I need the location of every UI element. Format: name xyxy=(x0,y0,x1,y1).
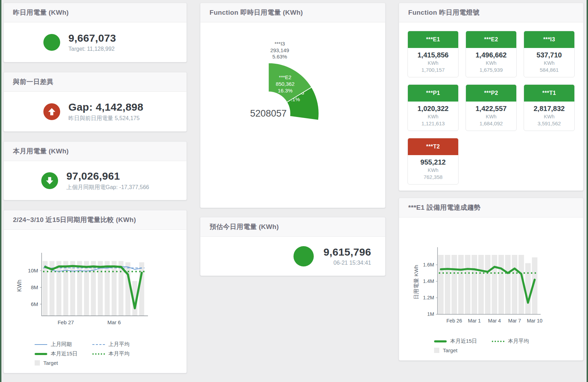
target-bar xyxy=(105,261,109,316)
target-bar xyxy=(485,255,491,314)
card-title: Function 昨日用電燈號 xyxy=(408,8,480,17)
donut-chart-body: ***T11,413,18327.1%***I3293,1495.63%***T… xyxy=(200,22,385,208)
donut-center-total: 5208057 xyxy=(250,108,287,118)
y-tick-label: 1M xyxy=(427,311,434,317)
compare-chart: 6M8M10MFeb 27Mar 6KWh xyxy=(9,246,182,337)
target-bar xyxy=(472,255,477,314)
light-tile-T2: ***T2955,212KWh762,358 xyxy=(408,138,459,185)
card-compare-chart: 2/24~3/10 近15日同期用電量比較 (KWh) 6M8M10MFeb 2… xyxy=(3,210,187,373)
legend-square-icon xyxy=(35,360,40,366)
card-header: 2/24~3/10 近15日同期用電量比較 (KWh) xyxy=(4,210,186,230)
target-bar xyxy=(43,261,48,316)
tile-value: 537,710 xyxy=(525,51,573,59)
tile-body: 1,020,322KWh1,121,613 xyxy=(408,102,458,131)
legend-item-本月平均[interactable]: 本月平均 xyxy=(492,338,555,345)
card-body: 9,615,796 06-21 15:34:41 xyxy=(200,237,385,276)
donut-chart: ***T11,413,18327.1%***I3293,1495.63%***T… xyxy=(200,28,385,203)
tile-unit: KWh xyxy=(525,114,573,119)
x-tick-label: Mar 4 xyxy=(488,318,501,324)
card-header: 本月用電量 (KWh) xyxy=(4,142,186,161)
card-realtime-donut: Function 即時日用電量 (KWh) ***T11,413,18327.1… xyxy=(200,3,385,208)
y-axis-label: KWh xyxy=(16,280,22,292)
light-tile-I3: ***I3537,710KWh584,861 xyxy=(524,31,575,77)
card-title: ***E1 設備用電達成趨勢 xyxy=(408,203,481,212)
legend-item-上月同期[interactable]: 上月同期 xyxy=(35,341,92,348)
card-header: Function 昨日用電燈號 xyxy=(399,3,583,22)
target-bar xyxy=(84,261,89,316)
x-tick-label: Mar 10 xyxy=(527,318,543,324)
legend-label: 本月平均 xyxy=(508,338,529,345)
month-usage-value: 97,026,961 xyxy=(66,170,149,182)
status-circle-icon xyxy=(293,246,314,266)
target-bar xyxy=(63,261,68,316)
legend-item-本月近15日[interactable]: 本月近15日 xyxy=(434,338,492,345)
target-bar xyxy=(525,263,531,314)
tile-unit: KWh xyxy=(525,60,573,66)
card-estimate-today: 預估今日用電量 (KWh) 9,615,796 06-21 15:34:41 xyxy=(200,217,385,276)
arrow-up-icon xyxy=(43,103,60,120)
tile-body: 1,415,856KWh1,700,157 xyxy=(408,48,458,77)
card-title: Function 即時日用電量 (KWh) xyxy=(210,8,303,17)
tile-body: 537,710KWh584,861 xyxy=(524,48,574,77)
tile-label: ***P2 xyxy=(466,85,516,102)
legend-label: 上月同期 xyxy=(51,341,72,348)
card-body: 97,026,961 上個月同期用電Gap: -17,377,566 xyxy=(4,161,186,200)
tile-target: 762,358 xyxy=(409,174,457,180)
card-yesterday-lights: Function 昨日用電燈號 ***E11,415,856KWh1,700,1… xyxy=(399,3,583,191)
target-bar xyxy=(512,255,517,314)
card-title: 2/24~3/10 近15日同期用電量比較 (KWh) xyxy=(13,215,136,224)
legend-label: Target xyxy=(443,347,458,353)
tile-value: 1,496,662 xyxy=(467,51,515,59)
light-tile-P1: ***P11,020,322KWh1,121,613 xyxy=(408,84,459,131)
tile-body: 2,817,832KWh3,591,562 xyxy=(524,102,574,131)
target-bar xyxy=(98,261,103,316)
legend-item-本月近15日[interactable]: 本月近15日 xyxy=(35,350,92,357)
tile-body: 955,212KWh762,358 xyxy=(408,155,458,184)
trend-chart-body: 1M1.2M1.4M1.6MFeb 26Mar 1Mar 4Mar 7Mar 1… xyxy=(399,217,583,360)
target-bar xyxy=(498,255,504,314)
arrow-down-icon xyxy=(41,172,58,189)
legend-item-上月平均[interactable]: 上月平均 xyxy=(92,341,155,348)
tile-value: 955,212 xyxy=(409,158,457,166)
month-usage-gap: 上個月同期用電Gap: -17,377,566 xyxy=(66,184,149,191)
compare-chart-body: 6M8M10MFeb 27Mar 6KWh 上月同期上月平均本月近15日本月平均… xyxy=(4,230,186,373)
tile-target: 1,675,939 xyxy=(467,67,515,73)
legend-square-icon xyxy=(434,348,439,353)
tile-target: 1,700,157 xyxy=(409,67,457,73)
lights-tile-grid: ***E11,415,856KWh1,700,157***E21,496,662… xyxy=(399,22,583,193)
y-tick-label: 1.2M xyxy=(423,295,434,300)
tile-value: 2,817,832 xyxy=(525,105,573,113)
prev-day-gap-value: Gap: 4,142,898 xyxy=(69,101,147,113)
prev-day-gap-subtitle: 昨日與前日用電量 5,524,175 xyxy=(69,115,147,122)
dashboard: 昨日用電量 (KWh) 9,667,073 Target: 11,128,992… xyxy=(3,3,583,373)
legend-label: 上月平均 xyxy=(108,341,129,348)
trend-chart: 1M1.2M1.4M1.6MFeb 26Mar 1Mar 4Mar 7Mar 1… xyxy=(404,242,578,334)
target-bar xyxy=(465,255,470,314)
card-title: 與前一日差異 xyxy=(13,77,54,86)
card-title: 昨日用電量 (KWh) xyxy=(13,8,69,17)
x-tick-label: Mar 6 xyxy=(107,319,121,325)
estimate-today-time: 06-21 15:34:41 xyxy=(324,260,371,266)
target-bar xyxy=(492,255,497,314)
tile-label: ***I3 xyxy=(524,31,574,48)
legend-item-Target[interactable]: Target xyxy=(35,360,92,366)
light-tile-E2: ***E21,496,662KWh1,675,939 xyxy=(466,31,517,77)
card-body: 9,667,073 Target: 11,128,992 xyxy=(4,22,186,62)
tile-value: 1,415,856 xyxy=(409,51,457,59)
legend-line-icon xyxy=(92,344,105,345)
tile-target: 1,684,092 xyxy=(467,120,515,126)
legend-item-Target[interactable]: Target xyxy=(434,347,492,353)
yesterday-usage-value: 9,667,073 xyxy=(69,32,147,44)
legend-label: 本月平均 xyxy=(108,350,129,357)
target-bar xyxy=(478,255,484,314)
x-tick-label: Mar 1 xyxy=(468,318,481,324)
tile-value: 1,422,557 xyxy=(467,105,515,113)
tile-target: 1,121,613 xyxy=(409,120,457,126)
yesterday-usage-target: Target: 11,128,992 xyxy=(69,46,147,52)
compare-chart-legend: 上月同期上月平均本月近15日本月平均Target xyxy=(35,341,182,366)
tile-unit: KWh xyxy=(409,60,457,66)
card-header: Function 即時日用電量 (KWh) xyxy=(200,3,385,22)
legend-line-icon xyxy=(434,340,447,342)
legend-item-本月平均[interactable]: 本月平均 xyxy=(92,350,155,357)
y-tick-label: 10M xyxy=(28,268,38,273)
